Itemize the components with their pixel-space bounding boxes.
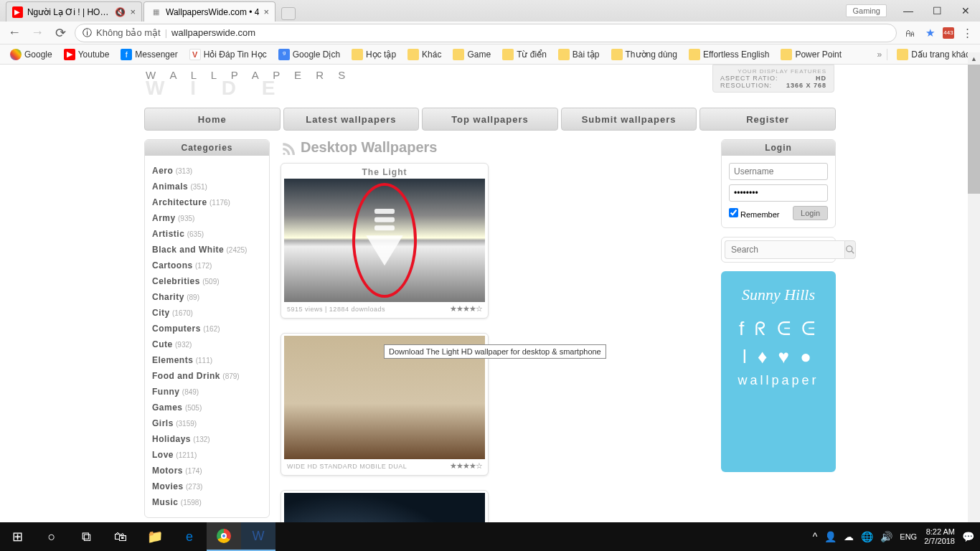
rss-icon[interactable] [281, 141, 295, 155]
cortana-button[interactable]: ○ [34, 522, 69, 551]
scrollbar-thumb[interactable] [968, 65, 980, 194]
nav-latest[interactable]: Latest wallpapers [283, 108, 420, 131]
tab-title: WallpapersWide.com • 4 [166, 7, 259, 17]
clock[interactable]: 8:22 AM 2/7/2018 [924, 527, 955, 546]
task-view-button[interactable]: ⧉ [69, 522, 103, 551]
categories-panel: Categories Aero (313)Animals (351)Archit… [144, 139, 270, 518]
maximize-button[interactable]: ☐ [923, 0, 951, 22]
wallpaper-title: The Light [283, 166, 486, 179]
nav-home[interactable]: Home [144, 108, 281, 131]
other-bookmarks[interactable]: Dấu trang khác [892, 47, 974, 62]
wallpaper-thumbnail[interactable] [284, 179, 485, 302]
search-panel [721, 237, 836, 263]
category-item[interactable]: Motors (174) [152, 463, 262, 479]
bookmark-khac[interactable]: Khác [403, 47, 446, 62]
explorer-button[interactable]: 📁 [138, 522, 172, 551]
network-icon[interactable]: 🌐 [861, 531, 873, 542]
close-window-button[interactable]: ✕ [951, 0, 980, 22]
nav-submit[interactable]: Submit wallpapers [561, 108, 697, 131]
forward-button[interactable]: → [29, 24, 46, 42]
category-item[interactable]: Animals (351) [152, 179, 262, 194]
category-item[interactable]: Computers (162) [152, 321, 262, 336]
info-icon[interactable]: ⓘ [83, 27, 92, 39]
close-tab-icon[interactable]: × [263, 6, 269, 17]
bookmark-gdich[interactable]: ᵍGoogle Dịch [274, 47, 344, 62]
category-item[interactable]: Cartoons (172) [152, 258, 262, 273]
nav-top[interactable]: Top wallpapers [422, 108, 558, 131]
minimize-button[interactable]: — [894, 0, 923, 22]
category-item[interactable]: Movies (273) [152, 479, 262, 494]
vertical-scrollbar[interactable]: ▲ ▼ [968, 65, 980, 522]
category-item[interactable]: Aero (313) [152, 163, 262, 179]
browser-tab-1[interactable]: ▶ Người Lạ Ơi ! | HOAPF 🔇 × [6, 1, 142, 22]
category-item[interactable]: City (1670) [152, 305, 262, 321]
bookmark-thuongdung[interactable]: Thường dùng [607, 47, 682, 62]
category-item[interactable]: Celebrities (509) [152, 273, 262, 289]
bookmark-messenger[interactable]: fMessenger [116, 47, 182, 62]
username-input[interactable] [729, 163, 828, 180]
bookmark-tudien[interactable]: Từ điển [498, 47, 551, 62]
category-item[interactable]: Love (1211) [152, 447, 262, 463]
people-icon[interactable]: 👤 [824, 531, 837, 542]
start-button[interactable]: ⊞ [0, 522, 34, 551]
back-button[interactable]: ← [6, 24, 23, 42]
notifications-icon[interactable]: 💬 [962, 531, 974, 542]
security-status: Không bảo mật [96, 27, 161, 38]
category-item[interactable]: Elements (111) [152, 352, 262, 368]
extension-badge[interactable]: 443 [943, 27, 954, 39]
bookmark-effortless[interactable]: Effortless English [684, 47, 774, 62]
windows-taskbar: ⊞ ○ ⧉ 🛍 📁 e W ^ 👤 ☁ 🌐 🔊 ENG 8:22 AM 2/7/… [0, 522, 980, 551]
mute-icon[interactable]: 🔇 [115, 7, 126, 17]
category-item[interactable]: Cute (932) [152, 336, 262, 352]
category-item[interactable]: Artistic (635) [152, 226, 262, 242]
site-favicon: ▦ [150, 6, 161, 18]
bookmark-google[interactable]: Google [6, 47, 57, 62]
word-button[interactable]: W [241, 522, 275, 551]
bookmark-hoidap[interactable]: VHỏi Đáp Tin Học [185, 47, 271, 62]
rating-stars[interactable]: ★★★★☆ [450, 304, 482, 314]
tray-chevron-icon[interactable]: ^ [813, 531, 818, 542]
section-title: Desktop Wallpapers [281, 139, 710, 156]
chrome-button[interactable] [207, 522, 241, 551]
url-input[interactable]: ⓘ Không bảo mật | wallpaperswide.com [75, 24, 897, 42]
category-item[interactable]: Holidays (132) [152, 431, 262, 447]
category-item[interactable]: Army (935) [152, 210, 262, 226]
wallpaper-card[interactable]: The Light 5915 views | 12884 downloads ★… [281, 163, 489, 319]
edge-button[interactable]: e [172, 522, 207, 551]
reload-button[interactable]: ⟳ [52, 24, 69, 42]
bookmark-hoctap[interactable]: Học tập [347, 47, 400, 62]
bookmarks-overflow-icon[interactable]: » [877, 50, 882, 60]
bookmark-powerpoint[interactable]: Power Point [776, 47, 846, 62]
ad-banner[interactable]: Sunny Hills f ᖇ ᕮ ᕮ l ♦ ♥ ● wallpaper [721, 271, 836, 472]
category-item[interactable]: Charity (89) [152, 289, 262, 305]
remember-checkbox[interactable]: Remember [729, 208, 779, 219]
rating-stars[interactable]: ★★★★☆ [450, 461, 482, 471]
category-item[interactable]: Black and White (2425) [152, 242, 262, 258]
category-item[interactable]: Food and Drink (879) [152, 368, 262, 384]
browser-tab-2[interactable]: ▦ WallpapersWide.com • 4 × [143, 1, 275, 22]
nav-register[interactable]: Register [699, 108, 836, 131]
volume-icon[interactable]: 🔊 [880, 531, 892, 542]
scroll-up-arrow[interactable]: ▲ [968, 52, 980, 65]
login-button[interactable]: Login [793, 206, 828, 220]
language-indicator[interactable]: ENG [900, 532, 917, 541]
category-item[interactable]: Girls (3159) [152, 415, 262, 431]
password-input[interactable] [729, 184, 828, 202]
new-tab-button[interactable] [281, 7, 296, 20]
search-input[interactable] [725, 240, 844, 259]
category-item[interactable]: Funny (849) [152, 384, 262, 400]
search-button[interactable] [844, 240, 856, 259]
menu-icon[interactable]: ⋮ [960, 26, 974, 40]
onedrive-icon[interactable]: ☁ [844, 531, 854, 542]
close-tab-icon[interactable]: × [130, 6, 136, 17]
category-item[interactable]: Music (1598) [152, 494, 262, 510]
category-item[interactable]: Games (505) [152, 400, 262, 415]
translate-icon[interactable]: 🗛 [903, 26, 917, 40]
bookmark-youtube[interactable]: ▶Youtube [60, 47, 114, 62]
category-item[interactable]: Architecture (1176) [152, 194, 262, 210]
bookmark-game[interactable]: Game [448, 47, 495, 62]
bookmark-baitap[interactable]: Bài tập [554, 47, 604, 62]
site-logo[interactable]: W A L L P A P E R S W I D E [146, 65, 351, 95]
store-button[interactable]: 🛍 [103, 522, 138, 551]
bookmark-star-icon[interactable]: ★ [923, 26, 937, 40]
